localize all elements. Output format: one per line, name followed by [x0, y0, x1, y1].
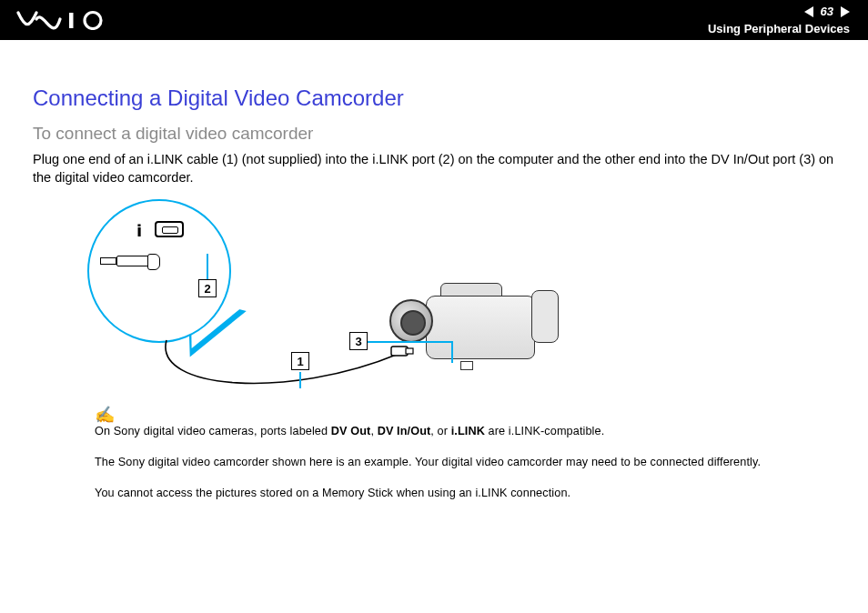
- prev-page-arrow-icon[interactable]: [804, 6, 813, 17]
- page-nav: 63: [804, 5, 850, 18]
- header-right: 63 Using Peripheral Devices: [708, 5, 850, 35]
- leader-line-1: [299, 372, 301, 388]
- note1-b1: DV Out: [331, 425, 371, 437]
- leader-line-2: [207, 254, 208, 281]
- leader-line-3: [368, 341, 453, 343]
- camcorder-illustration: [389, 274, 562, 383]
- note1-b3: i.LINK: [451, 425, 485, 437]
- ilink-connector-icon: [96, 252, 160, 270]
- diagram-label-1: 1: [291, 352, 309, 370]
- note-pencil-icon: ✍: [95, 405, 115, 425]
- note1-m1: ,: [370, 425, 377, 437]
- note-line-3: You cannot access the pictures stored on…: [95, 486, 835, 502]
- note1-pre: On Sony digital video cameras, ports lab…: [95, 425, 331, 437]
- ilink-cable-icon: [162, 336, 408, 399]
- section-name: Using Peripheral Devices: [708, 22, 850, 35]
- svg-rect-0: [69, 13, 74, 28]
- page-title: Connecting a Digital Video Camcorder: [33, 85, 835, 111]
- svg-point-1: [85, 13, 101, 29]
- note-line-1: On Sony digital video cameras, ports lab…: [95, 424, 835, 440]
- instruction-text: Plug one end of an i.LINK cable (1) (not…: [33, 151, 835, 186]
- page-content: Connecting a Digital Video Camcorder To …: [0, 40, 868, 501]
- next-page-arrow-icon[interactable]: [841, 6, 850, 17]
- ilink-port-icon: [155, 221, 184, 237]
- leader-line-3b: [451, 341, 453, 363]
- note1-b2: DV In/Out: [378, 425, 431, 437]
- note1-m2: , or: [430, 425, 450, 437]
- diagram-label-2: 2: [198, 279, 217, 297]
- ilink-symbol-icon: i̇: [136, 221, 142, 241]
- connection-diagram: i̇ 2 1: [62, 199, 571, 399]
- notes-section: ✍ On Sony digital video cameras, ports l…: [95, 405, 835, 501]
- page-number: 63: [819, 5, 835, 18]
- diagram-label-3: 3: [349, 332, 368, 350]
- ilink-port-callout: i̇: [87, 199, 231, 343]
- note-line-2: The Sony digital video camcorder shown h…: [95, 455, 835, 471]
- header-bar: 63 Using Peripheral Devices: [0, 0, 868, 40]
- note1-post: are i.LINK-compatible.: [485, 425, 604, 437]
- page-subtitle: To connect a digital video camcorder: [33, 124, 835, 144]
- vaio-logo: [16, 10, 115, 30]
